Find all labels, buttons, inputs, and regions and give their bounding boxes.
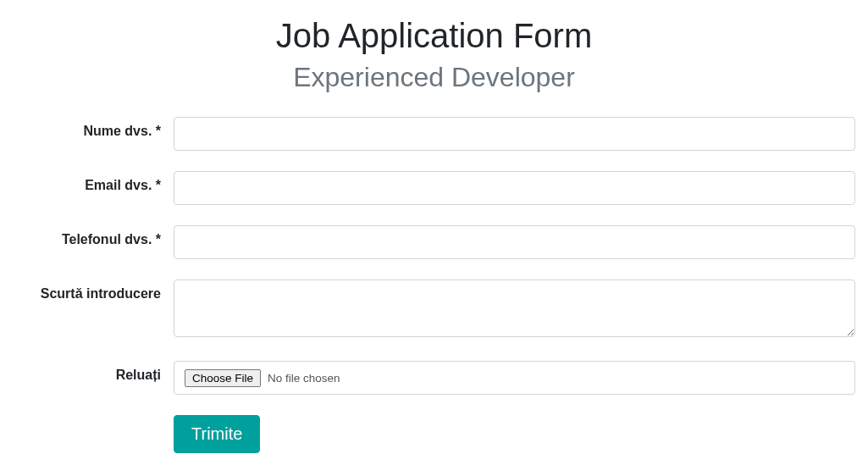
page-title: Job Application Form xyxy=(13,17,855,55)
resume-label: Reluați xyxy=(13,361,174,383)
file-chosen-status: No file chosen xyxy=(268,372,340,385)
phone-input[interactable] xyxy=(174,225,855,259)
email-input[interactable] xyxy=(174,171,855,205)
submit-button[interactable]: Trimite xyxy=(174,415,260,453)
application-form: Nume dvs. * Email dvs. * Telefonul dvs. … xyxy=(13,117,855,453)
intro-textarea[interactable] xyxy=(174,280,855,337)
resume-file-input[interactable]: Choose File No file chosen xyxy=(174,361,855,395)
email-label: Email dvs. * xyxy=(13,171,174,193)
name-label: Nume dvs. * xyxy=(13,117,174,139)
phone-label: Telefonul dvs. * xyxy=(13,225,174,247)
name-input[interactable] xyxy=(174,117,855,151)
choose-file-button[interactable]: Choose File xyxy=(185,369,261,387)
intro-label: Scurtă introducere xyxy=(13,280,174,302)
page-subtitle: Experienced Developer xyxy=(13,62,855,93)
